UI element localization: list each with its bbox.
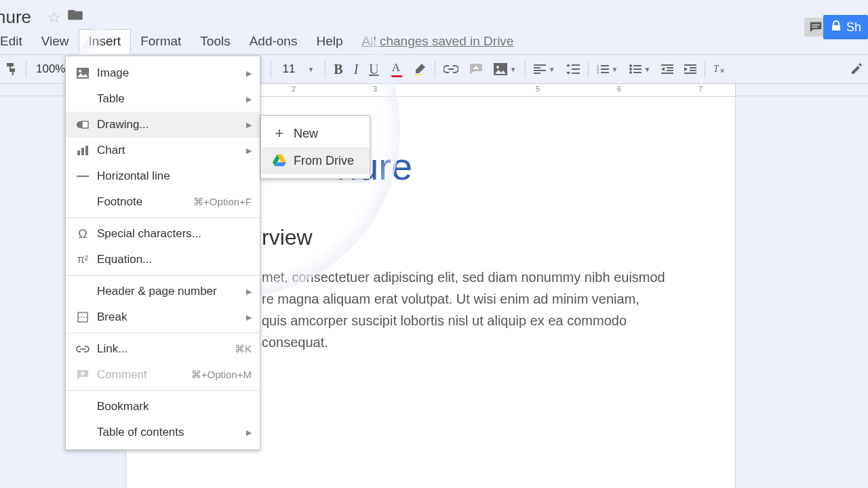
document-title[interactable]: nure — [0, 7, 31, 28]
ruler-mark: 6 — [617, 85, 621, 93]
svg-rect-16 — [82, 121, 88, 128]
separator — [588, 60, 589, 78]
doc-heading-2: rview — [262, 225, 667, 250]
insert-image-button[interactable]: ▼ — [488, 55, 522, 83]
insert-comment-button[interactable] — [464, 55, 488, 83]
menu-label: Footnote — [97, 195, 193, 209]
separator — [66, 390, 260, 391]
paint-format-icon[interactable] — [0, 55, 23, 83]
highlight-button[interactable] — [408, 55, 432, 83]
chevron-down-icon: ▼ — [612, 66, 618, 73]
shortcut: ⌘K — [235, 343, 252, 355]
svg-rect-19 — [85, 146, 88, 155]
drawing-new[interactable]: + New — [261, 120, 370, 147]
font-size-value: 11 — [282, 62, 295, 76]
chevron-down-icon: ▼ — [644, 66, 651, 73]
menu-edit[interactable]: Edit — [0, 30, 32, 54]
insert-chart[interactable]: Chart ▶ — [66, 138, 260, 163]
chevron-right-icon: ▶ — [246, 146, 252, 155]
svg-point-14 — [79, 70, 81, 73]
chevron-right-icon: ▶ — [246, 313, 252, 322]
bold-button[interactable]: B — [328, 55, 348, 83]
separator — [66, 275, 260, 276]
plus-icon: + — [271, 125, 288, 142]
clear-formatting-button[interactable]: T✕ — [708, 55, 731, 83]
align-button[interactable]: ▼ — [528, 55, 561, 83]
menu-label: Special characters... — [97, 227, 252, 241]
menu-label: Comment — [97, 368, 191, 382]
insert-link-button[interactable] — [438, 55, 464, 83]
drawing-from-drive[interactable]: From Drive — [261, 147, 370, 174]
svg-rect-17 — [77, 150, 80, 155]
separator — [325, 60, 326, 78]
chevron-down-icon: ▼ — [307, 66, 314, 73]
pi-icon: π² — [74, 253, 92, 266]
menu-label: Horizontal line — [97, 169, 252, 183]
separator — [26, 60, 26, 78]
menu-label: Header & page number — [97, 285, 246, 298]
menu-format[interactable]: Format — [131, 30, 191, 54]
insert-special-characters[interactable]: Ω Special characters... — [66, 221, 260, 247]
menu-label: Drawing... — [97, 118, 246, 131]
insert-image[interactable]: Image ▶ — [66, 60, 260, 86]
menu-addons[interactable]: Add-ons — [240, 30, 307, 54]
insert-dropdown: Image ▶ Table ▶ Drawing... ▶ Chart ▶ Hor… — [65, 56, 260, 450]
svg-rect-21 — [78, 312, 87, 322]
increase-indent-button[interactable] — [679, 55, 702, 83]
insert-toc[interactable]: Table of contents ▶ — [66, 420, 260, 445]
svg-rect-18 — [81, 148, 84, 155]
ruler-mark: 5 — [536, 85, 540, 93]
svg-rect-0 — [812, 24, 819, 26]
separator — [705, 60, 705, 78]
menu-insert[interactable]: Insert — [79, 29, 132, 54]
underline-button[interactable]: U — [363, 55, 384, 83]
chevron-right-icon: ▶ — [246, 428, 252, 437]
insert-drawing[interactable]: Drawing... ▶ — [66, 112, 260, 138]
menu-label: Break — [97, 310, 246, 324]
insert-table[interactable]: Table ▶ — [66, 86, 260, 112]
bulleted-list-button[interactable]: ▼ — [624, 55, 656, 83]
svg-rect-20 — [77, 176, 89, 177]
insert-bookmark[interactable]: Bookmark — [66, 394, 260, 420]
menu-label: Chart — [97, 144, 246, 157]
menu-label: Table — [97, 92, 246, 106]
folder-move-icon[interactable] — [68, 9, 83, 24]
chevron-right-icon: ▶ — [246, 287, 252, 296]
insert-comment-disabled: Comment ⌘+Option+M — [66, 362, 260, 388]
insert-horizontal-line[interactable]: Horizontal line — [66, 163, 260, 189]
menu-tools[interactable]: Tools — [191, 30, 239, 54]
chevron-right-icon: ▶ — [246, 121, 252, 129]
menu-label: Table of contents — [97, 426, 246, 439]
menu-label: Image — [97, 66, 246, 80]
editing-mode-button[interactable] — [845, 55, 868, 83]
break-icon — [74, 312, 92, 323]
menu-view[interactable]: View — [32, 30, 79, 54]
image-icon — [74, 68, 92, 79]
svg-point-4 — [496, 66, 499, 68]
doc-paragraph: met, consectetuer adipiscing elit, sed d… — [262, 266, 667, 353]
insert-header-page-number[interactable]: Header & page number ▶ — [66, 279, 260, 304]
menu-bar: Edit View Insert Format Tools Add-ons He… — [0, 30, 868, 54]
menu-help[interactable]: Help — [307, 30, 352, 54]
separator — [525, 60, 526, 78]
star-icon[interactable]: ☆ — [47, 9, 61, 26]
svg-text:T: T — [713, 64, 719, 74]
line-spacing-button[interactable] — [561, 55, 585, 83]
decrease-indent-button[interactable] — [656, 55, 679, 83]
font-size-select[interactable]: 11 ▼ — [274, 62, 322, 76]
separator — [66, 333, 260, 333]
insert-footnote[interactable]: Footnote ⌘+Option+F — [66, 189, 260, 215]
text-color-button[interactable]: A — [384, 55, 408, 83]
insert-equation[interactable]: π² Equation... — [66, 247, 260, 272]
omega-icon: Ω — [74, 227, 92, 241]
insert-break[interactable]: Break ▶ — [66, 304, 260, 330]
separator — [435, 60, 435, 78]
insert-link[interactable]: Link... ⌘K — [66, 336, 260, 362]
shortcut: ⌘+Option+F — [193, 196, 252, 208]
numbered-list-button[interactable]: 123 ▼ — [591, 55, 624, 83]
italic-button[interactable]: I — [349, 55, 364, 83]
chevron-down-icon: ▼ — [510, 66, 517, 73]
save-status[interactable]: All changes saved in Drive — [362, 34, 514, 54]
svg-rect-1 — [812, 26, 817, 28]
svg-point-10 — [629, 71, 632, 74]
